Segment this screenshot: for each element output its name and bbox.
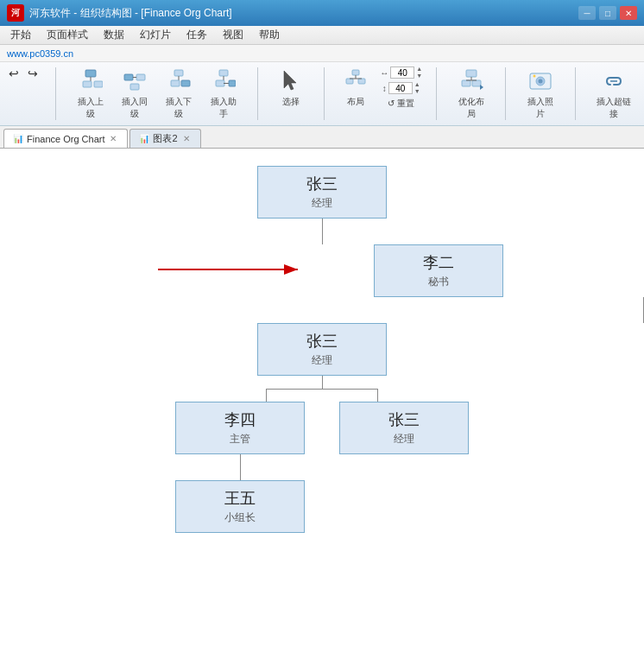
menu-help[interactable]: 帮助 (252, 26, 287, 44)
layout-spinner-group: ↔ ▲ ▼ ↕ ▲ ▼ ↺ 重置 (380, 66, 422, 111)
node-child1[interactable]: 李四 主管 (175, 402, 305, 454)
select-icon (277, 67, 305, 95)
svg-rect-23 (466, 70, 477, 77)
node-root-title: 经理 (267, 196, 377, 211)
node-child2[interactable]: 张三 经理 (339, 402, 469, 454)
node-grandchild1-title: 小组长 (185, 510, 295, 525)
menu-start[interactable]: 开始 (3, 26, 38, 44)
insert-up-label: 插入上级 (73, 96, 107, 120)
tab-finance-org-chart[interactable]: 📊 Finance Org Chart ✕ (3, 129, 128, 148)
hyperlink-icon (600, 67, 628, 95)
t-connector (210, 376, 434, 402)
svg-rect-3 (94, 81, 103, 87)
hyperlink-group: 插入超链接 (590, 66, 639, 122)
svg-rect-16 (229, 80, 236, 86)
optimize-button[interactable]: 优化布局 (451, 66, 491, 122)
hyperlink-button[interactable]: 插入超链接 (590, 66, 639, 122)
tab-chart2[interactable]: 📊 图表2 ✕ (129, 129, 200, 148)
insert-assist-button[interactable]: 插入助手 (203, 66, 243, 122)
menu-task[interactable]: 任务 (180, 26, 214, 44)
reset-button[interactable]: ↺ 重置 (386, 97, 416, 111)
optimize-icon (458, 67, 485, 95)
node-grandchild1[interactable]: 王五 小组长 (175, 480, 305, 533)
h-down-arrow[interactable]: ▼ (416, 73, 422, 79)
tab-chart2-close[interactable]: ✕ (181, 134, 192, 143)
svg-rect-8 (174, 70, 183, 76)
v-from-parent (322, 376, 323, 389)
insert-down-label: 插入下级 (162, 96, 196, 120)
svg-rect-7 (130, 84, 139, 90)
window-controls: ─ □ ✕ (578, 6, 637, 20)
node-level2[interactable]: 张三 经理 (257, 323, 387, 376)
layout-button[interactable]: 布局 (338, 66, 373, 110)
node-root[interactable]: 张三 经理 (257, 166, 387, 219)
layout-label: 布局 (347, 96, 364, 108)
insert-up-button[interactable]: 插入上级 (70, 66, 110, 122)
svg-point-31 (539, 79, 543, 84)
v-down-arrow[interactable]: ▼ (414, 88, 420, 95)
branch-child1: 李四 主管 王五 小组长 (175, 402, 305, 533)
menu-page-style[interactable]: 页面样式 (40, 26, 95, 44)
v-spinner-arrows: ▲ ▼ (414, 81, 420, 95)
insert-down-button[interactable]: 插入下级 (159, 66, 199, 122)
spinner-row-2: ↕ ▲ ▼ (382, 81, 420, 95)
node-child1-name: 李四 (185, 409, 295, 430)
optimize-group: 优化布局 (451, 66, 491, 122)
insert-group: 插入上级 插入同级 (70, 66, 243, 122)
svg-rect-10 (171, 80, 180, 86)
assistant-container: 李二 秘书 (123, 244, 521, 297)
node-assistant[interactable]: 李二 秘书 (374, 244, 503, 297)
photo-group: 插入照片 (520, 66, 560, 122)
redo-button[interactable]: ↪ (24, 66, 41, 81)
close-button[interactable]: ✕ (620, 6, 637, 20)
node-assistant-title: 秘书 (383, 275, 494, 289)
maximize-button[interactable]: □ (599, 6, 616, 20)
svg-rect-14 (216, 80, 224, 86)
v-up-arrow[interactable]: ▲ (414, 81, 420, 88)
minimize-button[interactable]: ─ (578, 6, 596, 20)
menu-slideshow[interactable]: 幻灯片 (133, 26, 178, 44)
h-line (266, 389, 378, 390)
photo-icon (527, 67, 554, 95)
svg-rect-12 (219, 70, 228, 76)
svg-rect-11 (181, 80, 190, 86)
divider-6 (575, 67, 576, 120)
v-left (266, 389, 267, 402)
quick-access: ↩ ↪ (5, 66, 41, 81)
menu-data[interactable]: 数据 (97, 26, 131, 44)
tab-finance-close[interactable]: ✕ (108, 134, 118, 143)
h-up-arrow[interactable]: ▲ (416, 66, 422, 73)
menu-view[interactable]: 视图 (216, 26, 250, 44)
title-bar: 河 河东软件 - 组织结构图 - [Finance Org Chart] ─ □… (0, 0, 644, 26)
optimize-label: 优化布局 (454, 96, 488, 120)
insert-same-button[interactable]: 插入同级 (114, 66, 155, 122)
photo-button[interactable]: 插入照片 (520, 66, 560, 122)
svg-marker-17 (284, 71, 296, 90)
layout-icon (342, 67, 369, 95)
branch-v-line-1 (240, 454, 241, 480)
tab-finance-label: Finance Org Chart (27, 134, 104, 144)
url-bar: www.pc0359.cn (0, 45, 644, 62)
divider-5 (505, 67, 506, 120)
v-spacing-input[interactable] (388, 82, 413, 94)
insert-same-icon (121, 67, 148, 95)
insert-down-icon (165, 67, 193, 95)
svg-rect-5 (136, 74, 145, 80)
canvas: 张三 经理 (0, 149, 644, 659)
h-spacing-input[interactable] (390, 67, 414, 79)
svg-rect-21 (358, 79, 365, 84)
menu-bar: 开始 页面样式 数据 幻灯片 任务 视图 帮助 (0, 26, 644, 45)
tab-bar: 📊 Finance Org Chart ✕ 📊 图表2 ✕ (0, 126, 644, 149)
tab-chart2-icon: 📊 (139, 134, 149, 143)
select-button[interactable]: 选择 (272, 66, 310, 110)
spinner-v-icon: ↕ (382, 84, 387, 93)
undo-button[interactable]: ↩ (5, 66, 22, 81)
svg-marker-28 (480, 85, 483, 90)
branch-child2: 张三 经理 (339, 402, 469, 454)
app-window: 河 河东软件 - 组织结构图 - [Finance Org Chart] ─ □… (0, 0, 644, 659)
v-right (377, 389, 378, 402)
svg-rect-20 (346, 79, 353, 84)
svg-rect-2 (83, 81, 92, 87)
divider-3 (324, 67, 325, 120)
insert-assist-label: 插入助手 (206, 96, 240, 120)
